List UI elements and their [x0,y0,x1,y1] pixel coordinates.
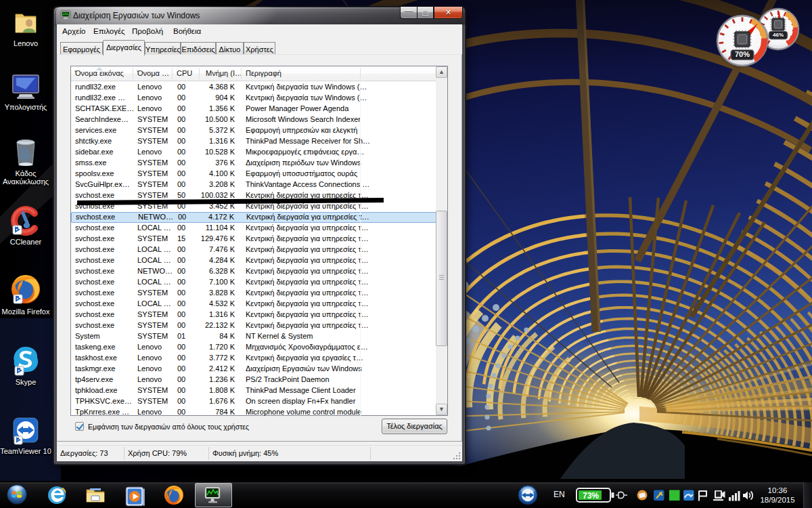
svg-text:73%: 73% [583,491,599,501]
svg-text:46%: 46% [773,32,784,38]
svg-text:70%: 70% [735,50,750,58]
